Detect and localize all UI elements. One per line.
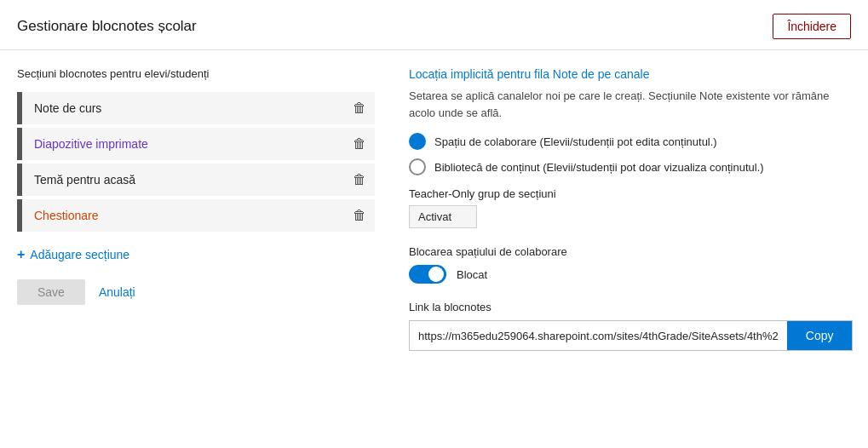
table-row: Chestionare 🗑 (17, 199, 375, 232)
header: Gestionare blocnotes școlar Închidere (0, 0, 868, 50)
drag-handle-icon[interactable] (17, 128, 22, 160)
toggle-knob (428, 267, 444, 282)
radio-selected-icon (409, 133, 426, 150)
block-section: Blocarea spațiului de colaborare Blocat (409, 245, 853, 284)
link-section: Link la blocnotes https://m365edu259064.… (409, 301, 853, 351)
drag-handle-icon[interactable] (17, 164, 22, 196)
right-panel: Locația implicită pentru fila Note de pe… (409, 67, 853, 351)
block-section-title: Blocarea spațiului de colaborare (409, 245, 853, 258)
delete-button[interactable]: 🗑 (344, 94, 375, 123)
page-title: Gestionare blocnotes școlar (17, 18, 197, 35)
teacher-only-title: Teacher-Only grup de secțiuni (409, 187, 853, 200)
radio-option-label: Bibliotecă de conținut (Elevii/studenții… (434, 161, 764, 174)
section-item-label: Diapozitive imprimate (31, 137, 344, 151)
toggle-label: Blocat (457, 268, 487, 281)
left-panel: Secțiuni blocnotes pentru elevi/studenți… (17, 67, 375, 351)
cancel-button[interactable]: Anulați (99, 285, 135, 299)
teacher-only-section: Teacher-Only grup de secțiuni Activat (409, 187, 853, 228)
section-item-label: Chestionare (31, 209, 344, 222)
main-container: Gestionare blocnotes școlar Închidere Se… (0, 0, 868, 448)
close-button[interactable]: Închidere (773, 14, 851, 39)
trash-icon: 🗑 (353, 172, 366, 187)
main-content: Secțiuni blocnotes pentru elevi/studenți… (0, 50, 868, 368)
sections-heading: Secțiuni blocnotes pentru elevi/studenți (17, 67, 375, 80)
radio-option-collaboration[interactable]: Spațiu de colaborare (Elevii/studenții p… (409, 133, 853, 150)
section-item-label: Note de curs (31, 101, 344, 115)
block-toggle[interactable] (409, 265, 446, 284)
radio-group: Spațiu de colaborare (Elevii/studenții p… (409, 133, 853, 175)
link-row: https://m365edu259064.sharepoint.com/sit… (409, 320, 853, 351)
table-row: Temă pentru acasă 🗑 (17, 164, 375, 196)
radio-option-label: Spațiu de colaborare (Elevii/studenții p… (434, 135, 717, 148)
delete-button[interactable]: 🗑 (344, 165, 375, 194)
trash-icon: 🗑 (353, 208, 366, 222)
trash-icon: 🗑 (353, 101, 366, 115)
link-url: https://m365edu259064.sharepoint.com/sit… (410, 321, 787, 350)
add-section-label: Adăugare secțiune (30, 248, 129, 261)
section-list: Note de curs 🗑 Diapozitive imprimate 🗑 (17, 92, 375, 232)
toggle-row: Blocat (409, 265, 853, 284)
link-section-title: Link la blocnotes (409, 301, 853, 313)
radio-option-library[interactable]: Bibliotecă de conținut (Elevii/studenții… (409, 158, 853, 175)
copy-button[interactable]: Copy (787, 321, 853, 350)
plus-icon: + (17, 247, 25, 262)
delete-button[interactable]: 🗑 (344, 129, 375, 158)
drag-handle-icon[interactable] (17, 199, 22, 232)
teacher-only-value: Activat (409, 205, 477, 228)
save-button[interactable]: Save (17, 279, 85, 305)
section-item-label: Temă pentru acasă (31, 173, 344, 187)
delete-button[interactable]: 🗑 (344, 201, 375, 230)
drag-handle-icon[interactable] (17, 92, 22, 124)
location-description: Setarea se aplică canalelor noi pe care … (409, 88, 853, 121)
add-section-button[interactable]: + Adăugare secțiune (17, 242, 375, 267)
action-buttons: Save Anulați (17, 279, 375, 305)
radio-unselected-icon (409, 158, 426, 175)
location-title: Locația implicită pentru fila Note de pe… (409, 67, 853, 81)
table-row: Diapozitive imprimate 🗑 (17, 128, 375, 160)
trash-icon: 🗑 (353, 136, 366, 151)
table-row: Note de curs 🗑 (17, 92, 375, 124)
